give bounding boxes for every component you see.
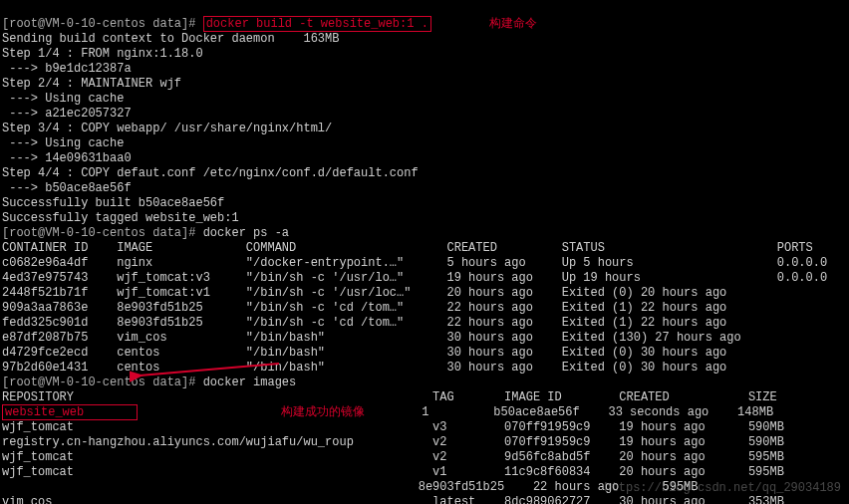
ps-command: docker ps -a: [203, 226, 289, 240]
build-command: docker build -t website_web:1 .: [203, 16, 431, 32]
shell-prompt: [root@VM-0-10-centos data]#: [2, 226, 203, 240]
image-row-highlight: website_web: [2, 404, 138, 420]
shell-prompt: [root@VM-0-10-centos data]#: [2, 17, 203, 31]
annotation-built-image: 构建成功的镜像: [281, 405, 365, 419]
terminal-output: [root@VM-0-10-centos data]# docker build…: [0, 0, 849, 504]
shell-prompt: [root@VM-0-10-centos data]#: [2, 376, 203, 389]
annotation-build-cmd: 构建命令: [489, 17, 537, 31]
images-command: docker images: [203, 376, 297, 389]
watermark: https://blog.csdn.net/qq_29034189: [604, 481, 841, 496]
